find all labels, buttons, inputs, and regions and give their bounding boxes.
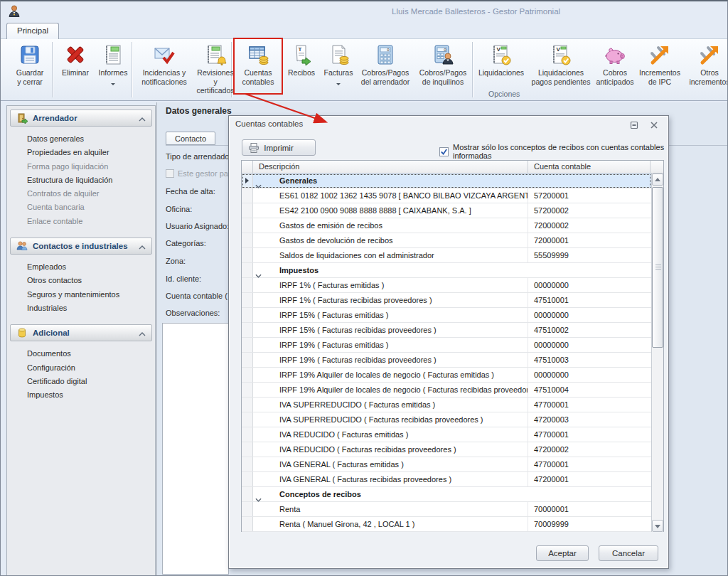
grid-row[interactable]: Gastos de emisión de recibos72000002 xyxy=(242,218,651,233)
svg-text:V: V xyxy=(497,46,501,53)
row-indicator xyxy=(242,293,253,307)
ribbon-separator xyxy=(472,42,473,97)
grid-row[interactable]: IRPF 19% ( Facturas recibidas proveedore… xyxy=(242,353,651,368)
ribbon-button-informes[interactable]: Informes xyxy=(96,41,130,94)
ribbon-button-otros-incrementos[interactable]: Otros incrementos xyxy=(685,41,728,94)
grid-row[interactable]: Renta70000001 xyxy=(242,502,651,517)
tab-contacto[interactable]: Contacto xyxy=(166,132,215,145)
sidebar-item-certificado-digital[interactable]: Certificado digital xyxy=(10,375,152,388)
cell-descripcion: IRPF 1% ( Facturas emitidas ) xyxy=(253,278,528,292)
cell-descripcion: IRPF 19% ( Facturas recibidas proveedore… xyxy=(253,353,528,367)
sidebar-group-arrendador[interactable]: Arrendador xyxy=(10,110,152,127)
ribbon-button-recibos[interactable]: TRecibos xyxy=(283,41,320,94)
row-indicator xyxy=(242,353,253,367)
sidebar-item-propiedades-en-alquiler[interactable]: Propiedades en alquiler xyxy=(10,146,152,159)
sidebar-item-configuraci-n[interactable]: Configuración xyxy=(10,361,152,375)
grid-group-row-generales[interactable]: Generales xyxy=(242,174,651,188)
chevron-up-icon xyxy=(139,326,146,339)
sidebar-item-impuestos[interactable]: Impuestos xyxy=(10,388,152,402)
ribbon-button-label: Incrementos de IPC xyxy=(636,68,683,86)
sidebar-item-otros-contactos[interactable]: Otros contactos xyxy=(10,274,152,287)
grid-group-row-impuestos[interactable]: Impuestos xyxy=(242,263,651,278)
grid-row[interactable]: IRPF 19% Alquiler de locales de negocio … xyxy=(242,383,651,398)
scroll-up-icon[interactable] xyxy=(652,174,663,186)
cell-descripcion: ES42 2100 0900 9088 8888 8888 [ CAIXABAN… xyxy=(253,203,528,218)
cell-descripcion: ES61 0182 1002 1362 1435 9078 [ BANCO BI… xyxy=(253,188,528,203)
sidebar-item-documentos[interactable]: Documentos xyxy=(10,347,152,361)
cell-cuenta-contable: 72000002 xyxy=(528,218,651,233)
filter-checkbox[interactable]: Mostrar sólo los conceptos de recibos co… xyxy=(439,143,668,160)
sidebar-item-empleados[interactable]: Empleados xyxy=(10,260,152,274)
ribbon-button-facturas[interactable]: Facturas xyxy=(321,41,355,94)
ribbon-separator xyxy=(52,42,53,97)
ribbon-button-liquidaciones-pagos-pendientes[interactable]: VLiquidaciones pagos pendientes xyxy=(530,41,592,94)
sidebar-item-cuenta-bancaria[interactable]: Cuenta bancaria xyxy=(10,201,152,214)
ribbon-button-liquidaciones[interactable]: VLiquidaciones xyxy=(474,41,528,94)
sidebar-group-contactos-e-industriales[interactable]: Contactos e industriales xyxy=(10,238,152,255)
ribbon-button-label: Liquidaciones pagos pendientes xyxy=(530,68,592,86)
row-indicator xyxy=(242,203,253,218)
grid-row[interactable]: Saldos de liquidaciones con el administr… xyxy=(242,248,651,263)
print-button[interactable]: Imprimir xyxy=(242,139,316,156)
group-label: Generales xyxy=(253,174,651,188)
ribbon-button-revisiones-y-certificados[interactable]: Revisiones y certificados xyxy=(196,41,235,94)
ribbon-toolbar: Guardar y cerrarEliminarInformesIncidenc… xyxy=(1,38,728,101)
scrollbar-thumb[interactable] xyxy=(652,187,663,348)
grid-row[interactable]: Gastos de devolución de recibos72000001 xyxy=(242,233,651,248)
door-icon xyxy=(16,112,28,124)
grid-row[interactable]: IRPF 19% Alquiler de locales de negocio … xyxy=(242,368,651,383)
ribbon-button-cobros-anticipados[interactable]: Cobros anticipados xyxy=(595,41,635,94)
ribbon-button-eliminar[interactable]: Eliminar xyxy=(56,41,95,94)
grid-header-cuenta-contable[interactable]: Cuenta contable xyxy=(528,161,651,173)
grid-row[interactable]: IRPF 19% ( Facturas emitidas )00000000 xyxy=(242,338,651,353)
sidebar-group-adicional[interactable]: Adicional xyxy=(10,324,152,341)
ribbon-button-cuentas-contables[interactable]: Cuentas contables xyxy=(236,41,280,94)
observaciones-textarea[interactable] xyxy=(162,323,229,575)
sidebar-item-datos-generales[interactable]: Datos generales xyxy=(10,132,152,146)
grid-header-descripcion[interactable]: Descripción xyxy=(253,161,528,173)
grid-row[interactable]: IVA GENERAL ( Facturas emitidas )4770000… xyxy=(242,457,651,472)
ribbon-button-label: Otros incrementos xyxy=(685,68,728,86)
grid-row[interactable]: IRPF 15% ( Facturas recibidas proveedore… xyxy=(242,323,651,338)
grid-row[interactable]: Renta ( Manuel Girona, 42 , LOCAL 1 )700… xyxy=(242,517,651,532)
sidebar-item-contratos-de-alquiler[interactable]: Contratos de alquiler xyxy=(10,187,152,201)
grid-row[interactable]: IVA REDUCIDO ( Facturas emitidas )477000… xyxy=(242,427,651,442)
grid-row[interactable]: IRPF 1% ( Facturas emitidas )00000000 xyxy=(242,278,651,293)
sidebar-item-industriales[interactable]: Industriales xyxy=(10,302,152,315)
cell-cuenta-contable: 00000000 xyxy=(528,338,651,352)
ribbon-button-cobros-pagos-de-inquilinos[interactable]: 0Cobros/Pagos de inquilinos xyxy=(415,41,471,94)
cell-descripcion: IRPF 15% ( Facturas recibidas proveedore… xyxy=(253,323,528,337)
grid-group-row-conceptos-de-recibos[interactable]: Conceptos de recibos xyxy=(242,487,651,502)
aceptar-button[interactable]: Aceptar xyxy=(536,545,589,561)
close-icon[interactable] xyxy=(650,119,660,129)
grid-row[interactable]: IVA REDUCIDO ( Facturas recibidas provee… xyxy=(242,442,651,457)
form-label-este-gestor-pat[interactable]: Este gestor pat xyxy=(166,169,230,178)
cell-descripcion: Renta xyxy=(253,502,528,516)
ribbon-button-cobros-pagos-del-arrendador[interactable]: 0Cobros/Pagos del arrendador xyxy=(357,41,414,94)
grid-row[interactable]: IVA SUPERREDUCIDO ( Facturas recibidas p… xyxy=(242,412,651,427)
cancelar-button[interactable]: Cancelar xyxy=(599,545,658,561)
grid-row[interactable]: ES42 2100 0900 9088 8888 8888 [ CAIXABAN… xyxy=(242,203,651,218)
form-label-usuario-asignado: Usuario Asignado: xyxy=(166,222,229,230)
grid-row[interactable]: ES61 0182 1002 1362 1435 9078 [ BANCO BI… xyxy=(242,188,651,203)
cell-descripcion: IRPF 19% Alquiler de locales de negocio … xyxy=(253,383,528,397)
grid-row[interactable]: IVA GENERAL ( Facturas recibidas proveed… xyxy=(242,472,651,487)
app-window: Lluis Mercade Ballesteros - Gestor Patri… xyxy=(0,0,728,576)
ribbon-button-guardar-y-cerrar[interactable]: Guardar y cerrar xyxy=(9,41,50,94)
sidebar-item-forma-pago-liquidaci-n[interactable]: Forma pago liquidación xyxy=(10,160,152,174)
sidebar-item-enlace-contable[interactable]: Enlace contable xyxy=(10,215,152,228)
grid-row[interactable]: IRPF 1% ( Facturas recibidas proveedores… xyxy=(242,293,651,308)
grid-header: Descripción Cuenta contable xyxy=(242,161,663,174)
grid-row[interactable]: IRPF 15% ( Facturas emitidas )00000000 xyxy=(242,308,651,323)
restore-icon[interactable] xyxy=(630,119,640,129)
sidebar-item-estructura-de-liquidaci-n[interactable]: Estructura de liquidación xyxy=(10,174,152,187)
form-label-id-cliente: Id. cliente: xyxy=(166,274,201,283)
sidebar-item-seguros-y-mantenimientos[interactable]: Seguros y mantenimientos xyxy=(10,288,152,302)
vertical-scrollbar[interactable] xyxy=(651,174,663,532)
tab-principal[interactable]: Principal xyxy=(6,23,59,39)
ribbon-button-incidencias-y-notificaciones[interactable]: Incidencias y notificaciones xyxy=(134,41,194,94)
ribbon-button-incrementos-de-ipc[interactable]: Incrementos de IPC xyxy=(636,41,683,94)
grid-row[interactable]: IVA SUPERREDUCIDO ( Facturas emitidas )4… xyxy=(242,398,651,412)
dropdown-caret-icon xyxy=(111,83,115,87)
scroll-down-icon[interactable] xyxy=(652,520,663,532)
